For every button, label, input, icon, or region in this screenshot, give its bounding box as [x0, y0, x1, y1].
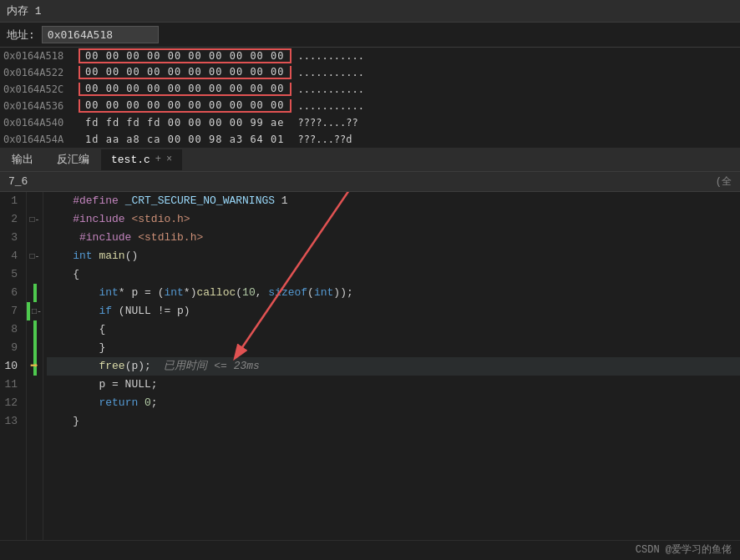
memory-title: 内存 1	[0, 0, 740, 23]
mem-ascii: ...........	[291, 100, 392, 112]
gutter-3	[27, 229, 43, 247]
mem-bytes: 00 00 00 00 00 00 00 00 00 00	[79, 48, 291, 63]
code-line-3: #include <stdlib.h>	[47, 229, 740, 247]
green-bar-7	[27, 302, 30, 320]
line-num-10: 10	[3, 357, 18, 376]
line-num-12: 12	[3, 394, 18, 412]
tab-output[interactable]: 输出	[0, 148, 45, 171]
tab-bar: 输出 反汇编 test.c + ×	[0, 148, 740, 172]
line-num-11: 11	[3, 376, 18, 394]
editor-header: 7_6 (全	[0, 172, 740, 192]
gutter-5	[27, 265, 43, 284]
code-line-11: p = NULL;	[47, 376, 740, 394]
gutters: □- □- □-	[27, 192, 43, 540]
tab-decompile[interactable]: 反汇编	[45, 148, 101, 171]
gutter-8	[27, 320, 43, 339]
green-bar-9	[33, 339, 37, 357]
green-bar-8	[33, 320, 37, 339]
gutter-13	[27, 412, 43, 431]
zoom-label: (全	[716, 174, 732, 189]
code-line-12: return 0;	[47, 394, 740, 412]
line-num-5: 5	[3, 265, 18, 284]
main-panel: 内存 1 地址: 0x0164A518 00 00 00 00 00 00 00…	[0, 0, 740, 560]
mem-ascii: ...........	[291, 50, 392, 62]
mem-bytes: 00 00 00 00 00 00 00 00 00 00	[79, 83, 291, 96]
code-line-1: #define _CRT_SECURE_NO_WARNINGS 1	[47, 192, 740, 210]
code-line-2: #include <stdio.h>	[47, 210, 740, 229]
mem-addr: 0x0164A536	[3, 100, 79, 112]
line-num-4: 4	[3, 247, 18, 265]
line-num-1: 1	[3, 192, 18, 210]
code-line-10: free(p); 已用时间 <= 23ms	[47, 357, 740, 376]
mem-ascii: ????....??	[291, 117, 392, 129]
mem-bytes: 1d aa a8 ca 00 00 98 a3 64 01	[79, 134, 291, 145]
watermark-text: CSDN @爱学习的鱼佬	[636, 542, 732, 557]
mem-ascii: ...........	[291, 83, 392, 95]
line-num-7: 7	[3, 302, 18, 320]
mem-addr: 0x0164A522	[3, 67, 79, 78]
memory-row: 0x0164A518 00 00 00 00 00 00 00 00 00 00…	[0, 48, 740, 64]
line-num-3: 3	[3, 229, 18, 247]
mem-bytes: fd fd fd fd 00 00 00 00 99 ae	[79, 117, 291, 129]
line-num-9: 9	[3, 339, 18, 357]
code-line-9: }	[47, 339, 740, 357]
mem-addr: 0x0164A540	[3, 117, 79, 129]
code-line-6: int* p = (int*)calloc(10, sizeof(int));	[47, 284, 740, 302]
address-input[interactable]	[42, 26, 159, 43]
gutter-1	[27, 192, 43, 210]
memory-row: 0x0164A536 00 00 00 00 00 00 00 00 00 00…	[0, 98, 740, 114]
mem-bytes: 00 00 00 00 00 00 00 00 00 00	[79, 66, 291, 79]
gutter-7[interactable]: □-	[27, 302, 43, 320]
mem-ascii: ???...??d	[291, 134, 392, 145]
file-tab-sep: +	[155, 154, 161, 165]
gutter-12	[27, 394, 43, 412]
memory-address-bar: 地址:	[0, 23, 740, 48]
gutter-2[interactable]: □-	[27, 210, 43, 229]
gutter-11	[27, 376, 43, 394]
code-line-4: int main()	[47, 247, 740, 265]
code-line-8: {	[47, 320, 740, 339]
mem-addr: 0x0164A54A	[3, 134, 79, 145]
memory-row: 0x0164A52C 00 00 00 00 00 00 00 00 00 00…	[0, 81, 740, 98]
code-line-7: if (NULL != p)	[47, 302, 740, 320]
line-num-13: 13	[3, 412, 18, 431]
exec-arrow: ➡	[30, 357, 38, 376]
file-tab-label: test.c	[111, 154, 150, 166]
file-tab-close[interactable]: ×	[166, 154, 172, 165]
mem-bytes: 00 00 00 00 00 00 00 00 00 00	[79, 99, 291, 113]
line-num-6: 6	[3, 284, 18, 302]
code-line-13: }	[47, 412, 740, 431]
gutter-9	[27, 339, 43, 357]
mem-addr: 0x0164A52C	[3, 83, 79, 95]
memory-window: 内存 1 地址: 0x0164A518 00 00 00 00 00 00 00…	[0, 0, 740, 148]
memory-row: 0x0164A522 00 00 00 00 00 00 00 00 00 00…	[0, 64, 740, 81]
code-line-5: {	[47, 265, 740, 284]
green-bar-6	[33, 284, 37, 302]
line-numbers: 1 2 3 4 5 6 7 8 9 10 11 12 13	[0, 192, 27, 540]
line-num-8: 8	[3, 320, 18, 339]
code-editor: 1 2 3 4 5 6 7 8 9 10 11 12 13 □-	[0, 192, 740, 540]
tab-file[interactable]: test.c + ×	[101, 149, 182, 170]
mem-ascii: ...........	[291, 67, 392, 78]
memory-row: 0x0164A54A 1d aa a8 ca 00 00 98 a3 64 01…	[0, 131, 740, 148]
gutter-4[interactable]: □-	[27, 247, 43, 265]
address-label: 地址:	[7, 28, 35, 43]
memory-rows: 0x0164A518 00 00 00 00 00 00 00 00 00 00…	[0, 48, 740, 148]
code-content: #define _CRT_SECURE_NO_WARNINGS 1 #inclu…	[43, 192, 740, 540]
mem-addr: 0x0164A518	[3, 50, 79, 62]
watermark-bar: CSDN @爱学习的鱼佬	[0, 540, 740, 560]
project-name: 7_6	[8, 175, 28, 188]
memory-row: 0x0164A540 fd fd fd fd 00 00 00 00 99 ae…	[0, 114, 740, 131]
line-num-2: 2	[3, 210, 18, 229]
bottom-section: 输出 反汇编 test.c + × 7_6 (全 1 2 3 4 5 6 7	[0, 148, 740, 560]
gutter-10: ➡	[27, 357, 43, 376]
gutter-6	[27, 284, 43, 302]
